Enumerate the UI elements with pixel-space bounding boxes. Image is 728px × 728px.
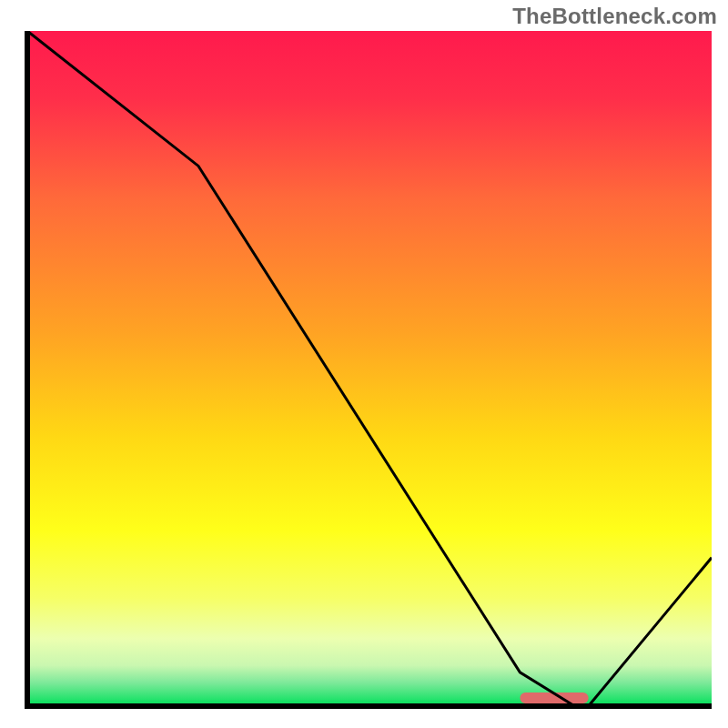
chart-container: TheBottleneck.com (0, 0, 728, 728)
bottleneck-chart (0, 0, 728, 728)
watermark: TheBottleneck.com (512, 4, 717, 29)
plot-background (27, 31, 712, 706)
